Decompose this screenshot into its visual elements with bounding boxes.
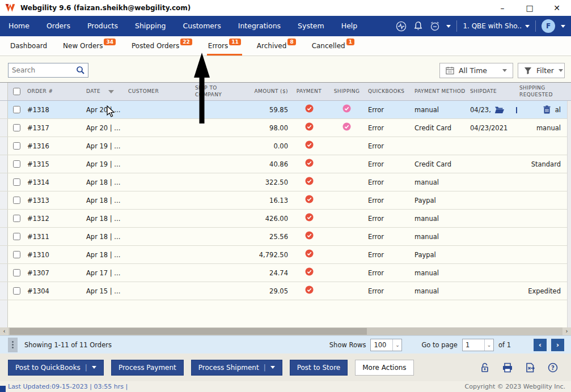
order-date: Apr 18 | ... (84, 251, 126, 259)
table-row[interactable]: #1307Apr 17 | ...24.74Errormanual (0, 264, 571, 282)
calendar-icon (446, 66, 454, 75)
print-icon[interactable] (502, 362, 513, 373)
grid-gutter (0, 83, 8, 100)
table-row[interactable]: #1311Apr 18 | ...25.56Errormanual (0, 228, 571, 246)
col-header-shipping[interactable]: SHIPPING (328, 88, 366, 95)
goto-page-select[interactable]: 1 ⌄ (462, 339, 494, 351)
tab-archived[interactable]: Archived8 (249, 36, 304, 56)
nav-item-help[interactable]: Help (333, 16, 366, 36)
tab-errors[interactable]: Errors11 (200, 36, 249, 56)
payment-method: manual (412, 233, 468, 241)
webgility-window: Webgility 9.6 (faizan.sheikh@webgility.c… (0, 0, 571, 392)
panel-drag-handle-icon[interactable] (8, 338, 18, 352)
maximize-button[interactable]: □ (525, 3, 535, 12)
help-icon[interactable]: ? (547, 362, 559, 373)
search-icon[interactable] (76, 66, 88, 75)
row-gutter (0, 173, 8, 191)
process-payment-button[interactable]: Process Payment (111, 360, 184, 376)
col-header-quickbooks[interactable]: QUICKBOOKS (366, 88, 412, 95)
col-header-shipdate[interactable]: SHIPDATE (468, 88, 517, 95)
nav-item-orders[interactable]: Orders (38, 16, 79, 36)
table-row[interactable]: #1315Apr 19 | ...40.86ErrorCredit CardSt… (0, 155, 571, 173)
col-header-shipping-requested[interactable]: SHIPPING REQUESTED (517, 85, 571, 98)
row-checkbox[interactable] (8, 251, 25, 258)
tab-posted-orders[interactable]: Posted Orders22 (124, 36, 200, 56)
row-checkbox[interactable] (8, 142, 25, 150)
row-checkbox[interactable] (8, 233, 25, 240)
table-row[interactable]: #1317Apr 20 | ...98.00ErrorCredit Card04… (0, 119, 571, 137)
row-checkbox[interactable] (8, 269, 25, 276)
row-checkbox[interactable] (8, 160, 25, 168)
nav-item-home[interactable]: Home (0, 16, 38, 36)
process-shipment-caret-icon[interactable] (270, 366, 275, 369)
show-rows-select[interactable]: 100 ⌄ (370, 339, 402, 351)
window-title: Webgility 9.6 (faizan.sheikh@webgility.c… (20, 4, 191, 12)
table-row[interactable]: #1314Apr 18 | ...322.50Errormanual (0, 173, 571, 191)
minimize-button[interactable]: – (497, 3, 507, 12)
connection-selector[interactable]: 1. QBE with Sho.. (463, 22, 530, 30)
close-button[interactable]: ✕ (552, 3, 562, 12)
nav-item-customers[interactable]: Customers (174, 16, 229, 36)
col-header-payment-method[interactable]: PAYMENT METHOD (412, 88, 468, 95)
scheduler-alarm-icon[interactable] (429, 20, 441, 32)
col-header-ship-to[interactable]: SHIP TO COMPANY (193, 85, 243, 98)
col-header-amount[interactable]: AMOUNT ($) (243, 88, 290, 95)
scrollbar-track[interactable] (9, 327, 562, 335)
tab-dashboard[interactable]: Dashboard (2, 36, 55, 56)
nav-divider (456, 20, 457, 32)
notifications-bell-icon[interactable] (412, 20, 424, 32)
tab-cancelled[interactable]: Cancelled1 (304, 36, 362, 56)
scroll-right-button[interactable]: › (562, 327, 571, 335)
process-shipment-button[interactable]: Process Shipment | (191, 360, 282, 376)
col-header-order[interactable]: ORDER # (25, 88, 84, 95)
search-input[interactable] (9, 66, 76, 74)
prev-page-button[interactable]: ‹ (534, 339, 547, 351)
table-row[interactable]: #1316Apr 19 | ...0.00Error (0, 137, 571, 155)
nav-item-system[interactable]: System (289, 16, 333, 36)
nav-item-integrations[interactable]: Integrations (230, 16, 289, 36)
split-divider: | (85, 364, 87, 372)
row-checkbox[interactable] (8, 178, 25, 186)
table-row[interactable]: #1318Apr 20 | ...59.85Errormanual04/23,a… (0, 101, 571, 119)
scheduler-dropdown-caret-icon[interactable] (446, 25, 451, 28)
row-checkbox[interactable] (8, 215, 25, 222)
table-row[interactable]: #1304Apr 15 | ...29.05ErrormanualExpedit… (0, 282, 571, 300)
delete-order-icon[interactable] (543, 105, 551, 114)
row-checkbox[interactable] (8, 124, 25, 131)
next-page-button[interactable]: › (551, 339, 564, 351)
post-to-store-button[interactable]: Post to Store (290, 360, 348, 376)
row-gutter (0, 210, 8, 227)
more-actions-button[interactable]: More Actions (355, 360, 413, 376)
post-to-quickbooks-button[interactable]: Post to QuickBooks | (8, 360, 104, 376)
tab-new-orders[interactable]: New Orders34 (55, 36, 124, 56)
select-all-checkbox[interactable] (8, 88, 25, 95)
export-file-icon[interactable] (525, 362, 536, 373)
payment-status-icon (290, 122, 328, 133)
scrollbar-thumb[interactable] (10, 328, 367, 335)
date-range-dropdown[interactable]: All Time (439, 63, 513, 78)
connection-label: 1. QBE with Sho.. (463, 22, 522, 30)
col-header-payment[interactable]: PAYMENT (290, 88, 328, 95)
table-row[interactable]: #1310Apr 18 | ...4,792.50ErrorPaypal (0, 246, 571, 264)
row-checkbox[interactable] (8, 197, 25, 204)
col-header-date[interactable]: DATE (84, 88, 126, 95)
open-order-folder-icon[interactable] (494, 106, 504, 114)
row-checkbox[interactable] (8, 106, 25, 113)
nav-item-shipping[interactable]: Shipping (126, 16, 175, 36)
order-date: Apr 17 | ... (84, 269, 126, 277)
table-row[interactable]: #1313Apr 18 | ...16.13ErrorPaypal (0, 191, 571, 210)
unlock-icon[interactable] (479, 362, 490, 373)
activity-pulse-icon[interactable] (395, 20, 407, 32)
last-updated-text: Last Updated:09-15-2023 | 03:55 hrs | (8, 383, 128, 390)
table-row[interactable]: #1312Apr 18 | ...426.00Errormanual (0, 210, 571, 228)
row-checkbox[interactable] (8, 287, 25, 295)
user-menu-caret-icon[interactable] (561, 25, 565, 28)
vertical-scrollbar[interactable] (567, 101, 571, 327)
filter-dropdown[interactable]: Filter (518, 63, 565, 78)
nav-item-products[interactable]: Products (79, 16, 126, 36)
scroll-left-button[interactable]: ‹ (0, 327, 9, 335)
col-header-customer[interactable]: CUSTOMER (126, 88, 193, 95)
user-avatar[interactable]: F (542, 19, 555, 33)
date-range-caret-icon (502, 69, 507, 72)
post-to-quickbooks-caret-icon[interactable] (92, 366, 96, 369)
